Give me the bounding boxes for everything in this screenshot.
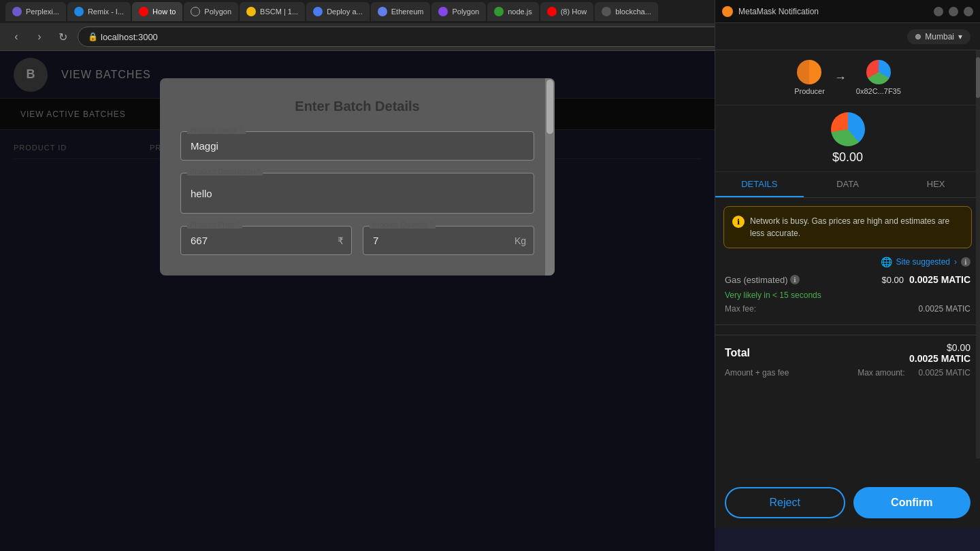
- from-icon: [797, 60, 821, 84]
- total-usd: $0.00: [947, 342, 970, 353]
- tab-polygon2[interactable]: Polygon: [431, 2, 486, 21]
- likely-text: Very likely in < 15 seconds: [725, 290, 970, 300]
- gas-usd: $0.00: [881, 275, 904, 285]
- modal-scrollbar[interactable]: [545, 78, 555, 276]
- tab-label: Perplexi...: [26, 7, 59, 16]
- bscm-favicon: [246, 7, 256, 16]
- youtube-favicon: [139, 7, 148, 16]
- total-matic: 0.0025 MATIC: [909, 353, 970, 364]
- lock-icon: 🔒: [88, 32, 98, 41]
- nodejs-favicon: [494, 7, 504, 16]
- fee-divider: [715, 324, 980, 325]
- network-chevron-icon: ▾: [958, 32, 962, 41]
- mm-titlebar: MetaMask Notification: [715, 0, 980, 23]
- network-badge[interactable]: Mumbai ▾: [907, 29, 970, 44]
- confirm-button[interactable]: Confirm: [853, 487, 971, 518]
- minimize-button[interactable]: [934, 7, 943, 16]
- mm-actions: Reject Confirm: [715, 478, 980, 528]
- max-amount-value: 0.0025 MATIC: [919, 368, 970, 378]
- to-address: 0x82C...7F35: [856, 87, 901, 95]
- product-price-label: Product Price *: [187, 220, 242, 229]
- mm-scrollbar[interactable]: [976, 50, 980, 458]
- mm-window-buttons: [934, 7, 973, 16]
- tab-label: Polygon: [204, 7, 231, 16]
- info-icon[interactable]: ℹ: [961, 257, 970, 267]
- product-quantity-col: Product Quantity * Kg: [363, 226, 534, 255]
- product-description-group: Product Description *: [180, 173, 534, 214]
- warning-text: Network is busy. Gas prices are high and…: [750, 215, 963, 239]
- product-price-col: Product Price * ₹: [180, 226, 352, 255]
- tab-label: Polygon: [452, 7, 479, 16]
- tab-remix[interactable]: Remix - I...: [67, 2, 131, 21]
- product-price-group: Product Price * ₹: [180, 226, 352, 255]
- mm-tabs: DETAILS DATA HEX: [715, 172, 980, 198]
- maximize-button[interactable]: [949, 7, 958, 16]
- tab-label: (8) How: [561, 7, 587, 16]
- product-description-input[interactable]: [180, 173, 534, 214]
- tab-label: Deploy a...: [327, 7, 363, 16]
- from-label: Producer: [794, 87, 825, 95]
- product-quantity-input[interactable]: [363, 226, 534, 255]
- close-button[interactable]: [964, 7, 973, 16]
- tab-deploy[interactable]: Deploy a...: [306, 2, 370, 21]
- mm-total-section: Total $0.00 0.0025 MATIC Amount + gas fe…: [715, 335, 980, 387]
- balance-usd: $0.00: [832, 150, 863, 165]
- gas-info-icon[interactable]: ℹ: [790, 275, 800, 284]
- tab-label: BSCM | 1...: [260, 7, 298, 16]
- max-fee-value: 0.0025 MATIC: [919, 304, 970, 314]
- total-label: Total: [725, 347, 750, 359]
- forward-button[interactable]: ›: [31, 29, 48, 45]
- tab-label: node.js: [508, 7, 532, 16]
- product-name-group: Product Name *: [180, 131, 534, 161]
- modal-scrollbar-thumb: [546, 80, 553, 134]
- tab-data-label: DATA: [836, 179, 859, 189]
- metamask-favicon: [722, 6, 733, 17]
- tab-data[interactable]: DATA: [804, 172, 892, 197]
- max-fee-row: Max fee: 0.0025 MATIC: [725, 304, 970, 314]
- gas-label-text: Gas (estimated): [725, 275, 787, 285]
- network-dot: [915, 34, 921, 39]
- product-quantity-label: Product Quantity *: [370, 220, 436, 229]
- site-suggested-link[interactable]: Site suggested: [896, 257, 950, 267]
- github-favicon: [191, 7, 200, 16]
- tab-details[interactable]: DETAILS: [715, 172, 804, 197]
- blockchain-favicon: [602, 7, 611, 16]
- back-button[interactable]: ‹: [8, 29, 24, 45]
- ethereum-favicon: [378, 7, 387, 16]
- metamask-panel: MetaMask Notification Mumbai ▾ Producer …: [715, 0, 980, 528]
- tab-label: How to: [152, 7, 176, 16]
- reject-button[interactable]: Reject: [725, 487, 845, 518]
- tab-label: Remix - I...: [88, 7, 124, 16]
- url-text: localhost:3000: [101, 32, 158, 42]
- mm-balance: $0.00: [715, 105, 980, 172]
- tab-how-to[interactable]: How to: [132, 2, 182, 21]
- modal-overlay: Enter Batch Details Product Name * Produ…: [0, 51, 715, 551]
- tab-nodejs[interactable]: node.js: [487, 2, 538, 21]
- tab-label: Ethereum: [391, 7, 424, 16]
- balance-pie-chart: [831, 112, 865, 146]
- tab-ethereum[interactable]: Ethereum: [371, 2, 431, 21]
- tab-bscm[interactable]: BSCM | 1...: [240, 2, 305, 21]
- mm-scrollbar-thumb: [976, 57, 980, 98]
- product-price-input[interactable]: [180, 226, 352, 255]
- deploy-favicon: [313, 7, 323, 16]
- total-sub-values: Max amount: 0.0025 MATIC: [858, 368, 970, 378]
- total-sub-row: Amount + gas fee Max amount: 0.0025 MATI…: [725, 368, 970, 378]
- remix-favicon: [74, 7, 84, 16]
- tab-perplexity[interactable]: Perplexi...: [5, 2, 66, 21]
- product-quantity-group: Product Quantity * Kg: [363, 226, 534, 255]
- price-quantity-row: Product Price * ₹ Product Quantity * Kg: [180, 226, 534, 255]
- product-name-input[interactable]: [180, 131, 534, 161]
- to-icon: [866, 60, 891, 84]
- quantity-suffix: Kg: [514, 235, 526, 246]
- max-fee-label: Max fee:: [725, 304, 756, 314]
- tab-8how[interactable]: (8) How: [540, 2, 594, 21]
- tab-hex[interactable]: HEX: [892, 172, 980, 197]
- mm-network-bar: Mumbai ▾: [715, 23, 980, 50]
- total-values: $0.00 0.0025 MATIC: [909, 342, 970, 364]
- tab-blockchain[interactable]: blockcha...: [595, 2, 658, 21]
- reload-button[interactable]: ↻: [54, 29, 71, 45]
- tab-polygon1[interactable]: Polygon: [184, 2, 238, 21]
- amount-gas-label: Amount + gas fee: [725, 368, 789, 378]
- mm-from-actor: Producer: [794, 60, 825, 95]
